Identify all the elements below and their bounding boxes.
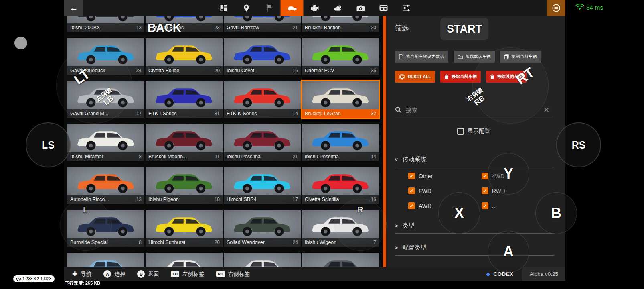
tab-dashboard[interactable]	[212, 0, 235, 16]
vehicle-config-count: 35	[371, 68, 376, 73]
vehicle-config-count: 34	[136, 68, 142, 73]
button-label: RESET ALL	[408, 74, 431, 79]
overlay-l-label[interactable]: L	[83, 205, 87, 214]
overlay-back-button[interactable]: BACK	[148, 21, 181, 35]
version-badge-number: 1.233.3.2.10023	[22, 277, 51, 281]
checkbox-checked[interactable]	[408, 187, 415, 194]
checkbox-checked[interactable]	[482, 202, 488, 209]
vehicle-config-count: 31	[215, 111, 220, 116]
car-thumbnail	[74, 16, 138, 23]
vehicle-config-count: 13	[136, 25, 142, 31]
vehicle-config-count: 8	[139, 154, 142, 159]
vehicle-config-count: 23	[215, 25, 220, 31]
game-version: Alpha v0.25	[522, 267, 565, 281]
vehicle-card[interactable]: Bruckell Bastion20	[302, 16, 379, 32]
rt-touch-pad[interactable]	[472, 47, 549, 124]
vehicle-name-bar: Bruckell LeGran32	[302, 109, 379, 118]
controller-hint: RB右侧标签	[216, 271, 250, 278]
button-label: 将当前车辆设为默认	[406, 54, 444, 59]
vehicle-config-count: 10	[215, 197, 220, 202]
checkbox-label: AWD	[419, 203, 431, 209]
tab-tuning[interactable]	[395, 0, 418, 16]
left-stick[interactable]: LS	[26, 122, 71, 167]
tab-scenarios[interactable]	[258, 0, 281, 16]
vehicle-card[interactable]	[224, 253, 301, 267]
section-config-type[interactable]: > 配置类型	[395, 244, 554, 256]
car-thumbnail	[230, 40, 294, 66]
vehicle-card[interactable]: Ibishu 200BX13	[67, 16, 144, 32]
vehicle-config-count: 20	[371, 25, 376, 31]
vehicle-card[interactable]	[146, 253, 223, 267]
tab-parts[interactable]	[304, 0, 326, 16]
vehicle-card[interactable]: Hirochi SBR417	[224, 167, 301, 204]
vehicle-card[interactable]: ETK K-Series14	[224, 81, 301, 118]
vehicle-card[interactable]	[302, 253, 379, 267]
tab-camera[interactable]	[349, 0, 372, 16]
vehicle-name-bar: Ibishu Pessima14	[302, 152, 379, 161]
vehicle-card[interactable]: Hirochi Sunburst20	[146, 210, 223, 247]
vehicle-card[interactable]: Bruckell Moonh...11	[146, 124, 223, 161]
button-x[interactable]: X	[438, 192, 480, 234]
camera-icon	[356, 5, 365, 12]
chevron-right-icon: >	[395, 245, 398, 251]
button-a[interactable]: A	[488, 231, 529, 273]
checkbox-checked[interactable]	[482, 187, 488, 194]
reset-all-button[interactable]: RESET ALL	[395, 71, 435, 83]
vehicle-card[interactable]: Autobello Picco...13	[67, 167, 144, 204]
drivetrain-option[interactable]: FWD	[408, 187, 482, 194]
vehicle-name: Ibishu Pigeon	[148, 197, 179, 202]
vehicle-card-selected[interactable]: Bruckell LeGran32	[302, 81, 379, 118]
vehicle-card[interactable]: Ibishu Pessima14	[302, 124, 379, 161]
right-stick[interactable]: RS	[556, 122, 601, 167]
tab-environment[interactable]	[326, 0, 349, 16]
vehicle-name: ETK K-Series	[227, 111, 257, 116]
vehicle-card[interactable]: Ibishu Covet16	[224, 38, 301, 75]
button-b[interactable]: B	[535, 192, 577, 234]
section-drivetrain[interactable]: > 传动系统	[395, 156, 554, 167]
vehicle-card[interactable]: Cherrier FCV35	[302, 38, 379, 75]
vehicle-card[interactable]: Civetta Scintilla16	[302, 167, 379, 204]
flag-icon	[265, 4, 273, 12]
vehicle-config-count: 20	[215, 240, 220, 245]
version-badge-letter: A	[16, 277, 21, 281]
vehicle-name-bar: Bruckell Moonh...11	[146, 152, 223, 161]
controller-hint: LB左侧标签	[171, 271, 204, 278]
vehicle-name-bar: Ibishu Miramar8	[67, 152, 144, 161]
vehicle-name: Civetta Bolide	[148, 68, 179, 73]
overlay-r-label[interactable]: R	[357, 205, 363, 214]
tab-media[interactable]	[372, 0, 395, 16]
vehicle-card[interactable]: Ibishu Pessima21	[224, 124, 301, 161]
drivetrain-option[interactable]: Other	[408, 173, 482, 179]
vehicle-card[interactable]: Ibishu Miramar8	[67, 124, 144, 161]
back-button[interactable]: ←	[64, 0, 83, 16]
set-default-vehicle-button[interactable]: 将当前车辆设为默认	[395, 51, 448, 63]
overlay-start-button[interactable]: START	[440, 18, 488, 40]
vehicle-name-bar: Ibishu Pessima21	[224, 152, 301, 161]
vehicle-card[interactable]: Civetta Bolide20	[146, 38, 223, 75]
controller-hint: A选择	[103, 270, 125, 278]
car-thumbnail	[308, 126, 373, 152]
menu-button[interactable]	[547, 0, 565, 16]
topbar-tabs	[212, 0, 418, 16]
vehicle-card[interactable]: Ibishu Pigeon10	[146, 167, 223, 204]
vehicle-card[interactable]: ETK I-Series31	[146, 81, 223, 118]
tab-map[interactable]	[235, 0, 258, 16]
vehicle-name: Ibishu Miramar	[70, 154, 103, 159]
tab-vehicles[interactable]	[281, 0, 304, 16]
vehicle-name: Bruckell Bastion	[305, 25, 341, 31]
section-label: 配置类型	[403, 244, 427, 252]
vehicle-card[interactable]: Soliad Wendover24	[224, 210, 301, 247]
car-thumbnail	[74, 169, 138, 195]
checkbox-checked[interactable]	[408, 202, 415, 209]
vehicle-card[interactable]	[67, 253, 144, 267]
controller-hint: ✚导航	[72, 270, 91, 278]
vehicle-name-bar: Ibishu Pigeon10	[146, 195, 223, 204]
lt-touch-pad[interactable]	[56, 47, 132, 124]
checkbox-checked[interactable]	[408, 173, 415, 179]
vehicle-card[interactable]: Gavril Barstow21	[224, 16, 301, 32]
show-config-checkbox-row[interactable]: 显示配置	[457, 128, 490, 135]
button-y[interactable]: Y	[488, 153, 529, 195]
checkbox-unchecked[interactable]	[457, 128, 464, 135]
floating-touch-dot[interactable]	[14, 37, 27, 49]
folder-icon	[458, 55, 463, 59]
